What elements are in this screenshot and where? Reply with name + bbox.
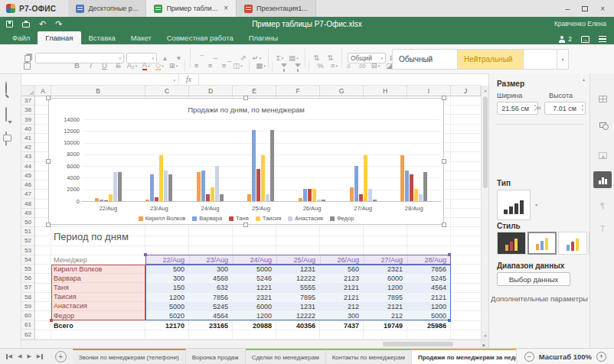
table-cell-value[interactable]: 1200 <box>145 293 189 302</box>
table-cell-value[interactable]: 1221 <box>233 283 276 292</box>
chart-style-2-selected[interactable] <box>527 232 557 255</box>
table-cell-value[interactable]: 5020 <box>145 311 189 320</box>
height-input[interactable]: 7.01 см ▴▾ <box>544 102 586 115</box>
table-settings-icon[interactable] <box>593 90 612 107</box>
table-cell-value[interactable]: 7895 <box>276 293 320 302</box>
table-total-value[interactable]: 25986 <box>407 320 451 330</box>
table-cell-value[interactable]: 150 <box>145 283 189 292</box>
range-handle-purple-left[interactable] <box>144 253 147 256</box>
row-header-43[interactable]: 43 <box>21 152 34 161</box>
row-header-41[interactable]: 41 <box>21 134 34 143</box>
table-total-value[interactable]: 19749 <box>364 320 407 330</box>
ribbon-tab-вставка[interactable]: Вставка <box>81 31 123 44</box>
formula-input[interactable] <box>199 74 481 85</box>
row-header-48[interactable]: 48 <box>21 199 34 208</box>
table-cell-value[interactable]: 212 <box>320 302 364 311</box>
chart-handle-bottom-right[interactable] <box>442 223 446 227</box>
table-header-date[interactable]: 25/Aug <box>276 255 320 265</box>
row-header-46[interactable]: 46 <box>21 180 34 190</box>
doc-tab-presentation[interactable]: Презентация1... <box>237 0 316 17</box>
table-cell-value[interactable]: 5000 <box>407 311 451 320</box>
lock-aspect-ratio-icon[interactable]: ∞ <box>536 104 541 112</box>
doc-tab-spreadsheet[interactable]: Пример табли...× <box>146 0 237 17</box>
table-total-value[interactable]: 40356 <box>276 320 320 330</box>
table-cell-name[interactable]: Федор <box>51 311 145 320</box>
table-header-date[interactable]: 28/Aug <box>407 255 451 265</box>
horizontal-scroll-thumb[interactable] <box>383 342 453 346</box>
table-cell-value[interactable]: 5246 <box>233 274 276 283</box>
vertical-scrollbar[interactable]: ▴ ▾ <box>481 86 488 340</box>
table-cell-value[interactable]: 300 <box>189 265 233 274</box>
chart-type-button[interactable] <box>497 190 531 220</box>
width-input[interactable]: 21.56 см ▴▾ <box>497 102 538 115</box>
row-header-56[interactable]: 56 <box>21 274 34 283</box>
zoom-out-button[interactable]: − <box>524 352 534 362</box>
chart-type-caret-icon[interactable]: ▾ <box>535 202 537 207</box>
paragraph-settings-icon[interactable]: ¶ <box>593 197 612 214</box>
column-header-B[interactable]: B <box>51 86 145 96</box>
underline-icon[interactable]: U <box>99 60 110 71</box>
chart-handle-bottom-center[interactable] <box>243 223 248 227</box>
table-cell-value[interactable]: 300 <box>320 311 364 320</box>
column-header-G[interactable]: G <box>320 86 364 96</box>
shape-settings-icon[interactable] <box>593 116 612 133</box>
add-sheet-button[interactable]: + <box>55 351 67 362</box>
currency-style-icon[interactable]: ¤▾ <box>328 60 340 71</box>
search-icon[interactable] <box>5 82 16 93</box>
table-cell-value[interactable]: 5000 <box>233 265 276 274</box>
advanced-settings-link[interactable]: Дополнительные параметры <box>489 294 590 303</box>
table-total-value[interactable]: 23165 <box>189 320 233 330</box>
column-header-A[interactable]: A <box>35 86 51 96</box>
sheet-canvas[interactable]: Продажи по дням, по менеджерам Кирилл Во… <box>35 96 481 340</box>
comments-icon[interactable] <box>5 108 16 119</box>
table-cell-value[interactable]: 2121 <box>407 293 451 302</box>
bold-icon[interactable]: B <box>71 60 83 71</box>
range-handle-blue[interactable] <box>448 319 451 322</box>
sheet-tab[interactable]: Воронка продаж <box>186 349 246 364</box>
table-cell-value[interactable]: 2321 <box>233 293 276 302</box>
row-header-52[interactable]: 52 <box>21 236 34 245</box>
table-cell-value[interactable]: 560 <box>320 265 364 274</box>
table-cell-value[interactable]: 632 <box>189 283 233 292</box>
filter-icon[interactable] <box>278 60 289 71</box>
chart-handle-bottom-left[interactable] <box>46 223 51 227</box>
open-file-location-icon[interactable]: → <box>581 36 590 43</box>
close-button[interactable]: × <box>600 5 605 13</box>
column-header-J[interactable]: J <box>451 86 481 96</box>
sheet-tab[interactable]: Звонки по менеджерам (телефони) <box>73 349 186 364</box>
table-cell-value[interactable]: 7856 <box>189 293 233 302</box>
row-header-42[interactable]: 42 <box>21 143 34 152</box>
row-header-44[interactable]: 44 <box>21 162 34 171</box>
clear-filter-icon[interactable] <box>292 60 303 71</box>
next-sheet-icon[interactable]: ▶ <box>27 353 31 359</box>
table-cell-value[interactable]: 4564 <box>407 283 451 292</box>
table-header-date[interactable]: 26/Aug <box>320 255 364 265</box>
table-total-value[interactable]: 20988 <box>233 320 276 330</box>
chat-icon[interactable] <box>5 132 16 143</box>
row-header-57[interactable]: 57 <box>21 283 34 292</box>
image-settings-icon[interactable] <box>593 147 612 164</box>
table-cell-value[interactable]: 7856 <box>407 265 451 274</box>
table-header-date[interactable]: 24/Aug <box>233 255 276 265</box>
table-cell-value[interactable]: 2121 <box>364 302 407 311</box>
table-cell-value[interactable]: 6000 <box>233 302 276 311</box>
increase-decimal-icon[interactable]: .00 <box>356 60 367 71</box>
table-cell-value[interactable]: 2321 <box>364 265 407 274</box>
table-cell-value[interactable]: 2123 <box>320 274 364 283</box>
previous-sheet-icon[interactable]: ◀ <box>18 353 21 359</box>
column-header-C[interactable]: C <box>145 86 189 96</box>
font-color-icon[interactable]: A▾ <box>140 60 152 71</box>
italic-icon[interactable]: I <box>85 60 96 71</box>
paste-icon[interactable] <box>21 60 33 71</box>
table-header-date[interactable]: 27/Aug <box>364 255 407 265</box>
table-cell-value[interactable]: 4568 <box>189 274 233 283</box>
decrease-decimal-icon[interactable]: .0 <box>342 60 354 71</box>
align-right-icon[interactable]: ≡ <box>218 60 230 71</box>
chart-object[interactable]: Продажи по дням, по менеджерам Кирилл Во… <box>48 98 444 225</box>
table-header-date[interactable]: 22/Aug <box>145 255 189 265</box>
table-cell-value[interactable]: 7895 <box>364 293 407 302</box>
cell-style-neutral[interactable]: Нейтральный <box>458 49 524 70</box>
height-spinner[interactable]: ▴▾ <box>582 104 583 112</box>
insert-function-icon[interactable]: fx <box>179 74 199 85</box>
table-cell-value[interactable]: 5000 <box>145 302 189 311</box>
